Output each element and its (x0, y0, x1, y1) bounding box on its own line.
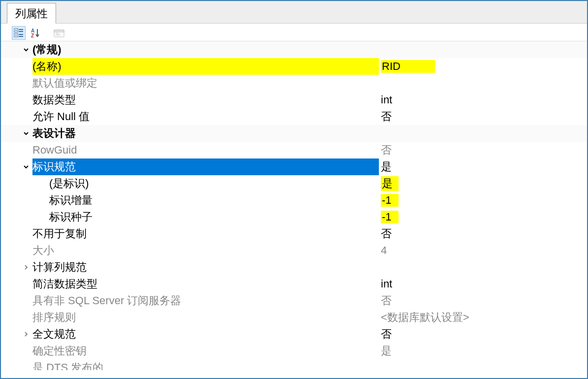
default-label: 默认值或绑定 (32, 75, 379, 92)
non-sql-subscriber-label: 具有非 SQL Server 订阅服务器 (32, 292, 379, 309)
datatype-label: 数据类型 (32, 92, 379, 108)
row-collation[interactable]: 排序规则 <数据库默认设置> (1, 309, 587, 326)
identity-increment-value[interactable]: -1 (381, 194, 399, 207)
identity-seed-label: 标识种子 (32, 209, 379, 225)
collation-label: 排序规则 (32, 309, 379, 326)
computed-spec-label: 计算列规范 (32, 259, 379, 276)
name-label: (名称) (32, 58, 379, 75)
svg-text:Z: Z (31, 33, 34, 38)
not-for-repl-value[interactable]: 否 (381, 226, 392, 241)
condensed-type-value[interactable]: int (381, 278, 392, 290)
property-grid[interactable]: (常规) (名称) RID 默认值或绑定 数据类型 int 允许 Null 值 … (1, 41, 587, 378)
chevron-down-icon (23, 46, 30, 53)
row-name[interactable]: (名称) RID (1, 58, 587, 75)
tab-column-properties[interactable]: 列属性 (7, 3, 56, 24)
category-general-label: (常规) (32, 41, 379, 58)
fulltext-spec-label: 全文规范 (32, 326, 379, 343)
row-is-identity[interactable]: (是标识) 是 (1, 175, 587, 192)
row-deterministic[interactable]: 确定性密钥 是 (1, 343, 587, 359)
column-properties-panel: 列属性 A Z (0, 0, 588, 379)
tab-bar: 列属性 (1, 1, 587, 24)
row-non-sql-subscriber[interactable]: 具有非 SQL Server 订阅服务器 否 (1, 292, 587, 309)
row-identity-seed[interactable]: 标识种子 -1 (1, 209, 587, 225)
row-computed-spec[interactable]: 计算列规范 (1, 259, 587, 276)
deterministic-label: 确定性密钥 (32, 343, 379, 359)
row-datatype[interactable]: 数据类型 int (1, 92, 587, 108)
row-rowguid[interactable]: RowGuid 否 (1, 142, 587, 158)
identity-seed-value[interactable]: -1 (381, 211, 399, 223)
name-value[interactable]: RID (381, 60, 435, 73)
categorized-view-button[interactable] (12, 26, 26, 40)
row-identity-increment[interactable]: 标识增量 -1 (1, 192, 587, 209)
rowguid-label: RowGuid (32, 142, 379, 158)
row-fulltext-spec[interactable]: 全文规范 否 (1, 326, 587, 343)
not-for-repl-label: 不用于复制 (32, 225, 379, 242)
deterministic-value[interactable]: 是 (381, 344, 392, 358)
condensed-type-label: 简洁数据类型 (32, 276, 379, 292)
size-value[interactable]: 4 (381, 244, 387, 257)
property-pages-button[interactable] (52, 26, 66, 40)
is-identity-label: (是标识) (32, 175, 379, 192)
row-size[interactable]: 大小 4 (1, 242, 587, 259)
dts-published-label: 是 DTS 发布的 (32, 359, 379, 370)
row-not-for-replication[interactable]: 不用于复制 否 (1, 225, 587, 242)
chevron-right-icon (23, 331, 30, 338)
row-allow-null[interactable]: 允许 Null 值 否 (1, 108, 587, 125)
chevron-down-icon (23, 130, 30, 137)
alphabetical-view-button[interactable]: A Z (29, 26, 42, 40)
chevron-right-icon (23, 264, 30, 271)
category-designer-label: 表设计器 (32, 125, 379, 142)
svg-rect-14 (54, 30, 64, 32)
collation-value[interactable]: <数据库默认设置> (381, 310, 469, 325)
identity-spec-value[interactable]: 是 (381, 159, 392, 174)
non-sql-subscriber-value[interactable]: 否 (381, 293, 392, 308)
row-dts-published[interactable]: 是 DTS 发布的 (1, 359, 587, 370)
chevron-down-icon (23, 163, 30, 170)
allow-null-label: 允许 Null 值 (32, 108, 379, 125)
category-designer[interactable]: 表设计器 (1, 125, 587, 142)
identity-spec-label: 标识规范 (32, 158, 379, 175)
allow-null-value[interactable]: 否 (381, 109, 392, 124)
fulltext-spec-value[interactable]: 否 (381, 327, 392, 342)
rowguid-value[interactable]: 否 (381, 143, 392, 158)
identity-increment-label: 标识增量 (32, 192, 379, 209)
is-identity-value[interactable]: 是 (381, 176, 399, 191)
size-label: 大小 (32, 242, 379, 259)
datatype-value[interactable]: int (381, 94, 392, 106)
category-general[interactable]: (常规) (1, 41, 587, 58)
toolbar: A Z (1, 24, 587, 41)
row-default[interactable]: 默认值或绑定 (1, 75, 587, 92)
row-identity-spec[interactable]: 标识规范 是 (1, 158, 587, 175)
row-condensed-type[interactable]: 简洁数据类型 int (1, 276, 587, 292)
